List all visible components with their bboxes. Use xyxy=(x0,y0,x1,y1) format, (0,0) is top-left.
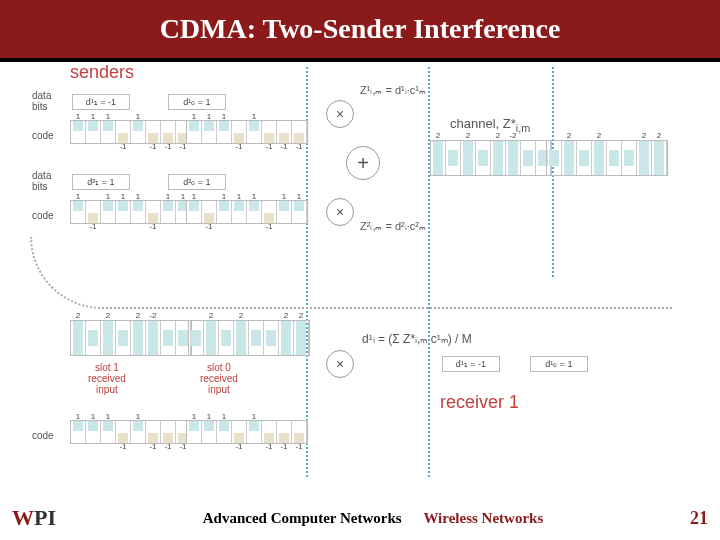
rx-code-slot0: 111-11-1-1-1 xyxy=(186,420,308,444)
multiply-node-1: × xyxy=(326,100,354,128)
rx-slot0-bars: 2222 xyxy=(188,320,310,356)
senders-label: senders xyxy=(70,62,134,83)
slide: CDMA: Two-Sender Interference senders da… xyxy=(0,0,720,540)
d2-slot0-box: d²₀ = 1 xyxy=(168,174,226,190)
code-label-2: code xyxy=(32,210,54,221)
footer-course: Advanced Computer Networks xyxy=(203,510,402,526)
times-icon: × xyxy=(336,204,344,220)
times-icon: × xyxy=(336,356,344,372)
footer-topic: Wireless Networks xyxy=(423,510,543,526)
title-bar: CDMA: Two-Sender Interference xyxy=(0,0,720,58)
d1-slot0-box: d¹₀ = 1 xyxy=(168,94,226,110)
footer: WPI Advanced Computer Networks Wireless … xyxy=(0,496,720,540)
databits-label-2: data bits xyxy=(32,170,51,192)
code1-slot1: 111-11-1-1-1 xyxy=(70,120,192,144)
d1-slot1-box: d¹₁ = -1 xyxy=(72,94,130,110)
wpi-logo: WPI xyxy=(12,505,56,531)
rx-code-slot1: 111-11-1-1-1 xyxy=(70,420,192,444)
databits-label: data bits xyxy=(32,90,51,112)
page-number: 21 xyxy=(690,508,708,529)
multiply-node-2: × xyxy=(326,198,354,226)
slot0-rx-label: slot 0 received input xyxy=(200,362,238,395)
code2-slot0: 1-1111-111 xyxy=(186,200,308,224)
footer-text: Advanced Computer Networks Wireless Netw… xyxy=(56,510,690,527)
rx-slot1-bars: 222-2 xyxy=(70,320,192,356)
z1-formula: Z¹ᵢ,ₘ = d¹ᵢ·c¹ₘ xyxy=(360,84,426,97)
multiply-node-rx: × xyxy=(326,350,354,378)
diagram: senders data bits d¹₁ = -1 d¹₀ = 1 code … xyxy=(10,62,710,482)
slide-title: CDMA: Two-Sender Interference xyxy=(160,13,561,45)
code1-slot0: 111-11-1-1-1 xyxy=(186,120,308,144)
plus-node: + xyxy=(346,146,380,180)
plus-icon: + xyxy=(357,152,369,175)
times-icon: × xyxy=(336,106,344,122)
decode-formula: d¹ᵢ = (Σ Z*ᵢ,ₘ c¹ₘ) / M xyxy=(362,332,472,346)
channel-slot0: 2222 xyxy=(546,140,668,176)
d2-slot1-box: d²₁ = 1 xyxy=(72,174,130,190)
code-label-1: code xyxy=(32,130,54,141)
signal-path xyxy=(30,237,672,309)
rx-d1-slot0: d¹₀ = 1 xyxy=(530,356,588,372)
slide-body: senders data bits d¹₁ = -1 d¹₀ = 1 code … xyxy=(0,62,720,492)
code-label-rx: code xyxy=(32,430,54,441)
channel-slot1: 222-2 xyxy=(430,140,552,176)
z2-formula: Z²ᵢ,ₘ = d²ᵢ·c²ₘ xyxy=(360,220,426,233)
rx-d1-slot1: d¹₁ = -1 xyxy=(442,356,500,372)
slot1-rx-label: slot 1 received input xyxy=(88,362,126,395)
code2-slot1: 1-1111-111 xyxy=(70,200,192,224)
receiver-label: receiver 1 xyxy=(440,392,519,413)
